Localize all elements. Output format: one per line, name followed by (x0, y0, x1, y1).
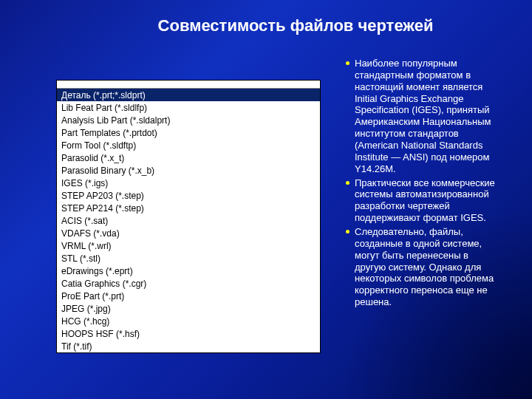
dropdown-item[interactable]: Lib Feat Part (*.sldlfp) (57, 101, 320, 114)
dropdown-item[interactable]: VRML (*.wrl) (57, 239, 320, 252)
dropdown-item[interactable]: JPEG (*.jpg) (57, 302, 320, 315)
dropdown-item[interactable]: Parasolid Binary (*.x_b) (57, 164, 320, 177)
dropdown-item[interactable]: IGES (*.igs) (57, 177, 320, 189)
dropdown-item[interactable]: Part Templates (*.prtdot) (57, 126, 320, 139)
dropdown-item[interactable]: STL (*.stl) (57, 252, 320, 265)
dropdown-item[interactable]: HCG (*.hcg) (57, 315, 320, 327)
bullet-list: Наиболее популярным стандартным форматом… (346, 58, 497, 308)
dropdown-item[interactable]: ProE Part (*.prt) (57, 290, 320, 302)
dropdown-item[interactable]: Деталь (*.prt;*.sldprt) (57, 89, 320, 101)
dropdown-item[interactable]: VDAFS (*.vda) (57, 227, 320, 239)
dropdown-item[interactable]: eDrawings (*.eprt) (57, 265, 320, 277)
bullet-item: Наиболее популярным стандартным форматом… (346, 58, 497, 175)
dropdown-item[interactable]: Parasolid (*.x_t) (57, 151, 320, 164)
dropdown-item[interactable]: Catia Graphics (*.cgr) (57, 277, 320, 290)
dropdown-topbar (57, 81, 320, 89)
slide-title: Совместимость файлов чертежей (0, 16, 532, 35)
dropdown-item[interactable]: HOOPS HSF (*.hsf) (57, 327, 320, 340)
dropdown-item[interactable]: Tif (*.tif) (57, 340, 320, 352)
description-text: Наиболее популярным стандартным форматом… (346, 58, 497, 310)
dropdown-list: Деталь (*.prt;*.sldprt)Lib Feat Part (*.… (57, 89, 320, 352)
dropdown-item[interactable]: Analysis Lib Part (*.sldalprt) (57, 114, 320, 126)
bullet-item: Следовательно, файлы, созданные в одной … (346, 226, 497, 308)
file-type-dropdown[interactable]: Деталь (*.prt;*.sldprt)Lib Feat Part (*.… (56, 80, 321, 353)
dropdown-item[interactable]: STEP AP203 (*.step) (57, 189, 320, 202)
dropdown-item[interactable]: STEP AP214 (*.step) (57, 202, 320, 214)
dropdown-item[interactable]: Form Tool (*.sldftp) (57, 139, 320, 151)
bullet-item: Практически все коммерческие системы авт… (346, 177, 497, 224)
dropdown-item[interactable]: ACIS (*.sat) (57, 214, 320, 227)
